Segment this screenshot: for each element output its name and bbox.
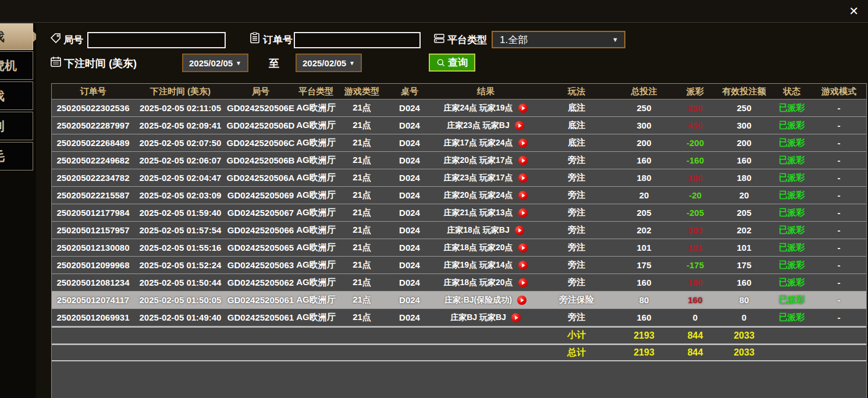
column-header: 订单号: [52, 86, 134, 97]
cell-play-type: 旁注: [539, 207, 614, 218]
cell-game-mode: -: [812, 120, 866, 130]
date-to-picker[interactable]: 2025/02/05 ▼: [296, 54, 362, 72]
result-text: 庄家17点 玩家24点: [443, 138, 513, 148]
sidebar-tab[interactable]: 戏: [0, 81, 33, 110]
chevron-down-icon: ▼: [612, 36, 624, 43]
cell-game-mode: -: [812, 155, 866, 165]
replay-icon[interactable]: [518, 208, 528, 218]
order-number-label: 订单号: [263, 33, 293, 47]
cell-platform: AG欧洲厅: [295, 277, 337, 288]
cell-valid-bet: 180: [716, 173, 772, 183]
cell-order-no: 250205012081234: [52, 278, 134, 287]
sidebar-tab-label: 戏: [0, 88, 5, 104]
query-button[interactable]: 查询: [429, 54, 475, 72]
date-from-picker[interactable]: 2025/02/05 ▼: [182, 54, 248, 72]
column-header: 平台类型: [295, 86, 337, 97]
status-badge: 已派彩: [772, 120, 812, 131]
replay-icon[interactable]: [518, 138, 528, 148]
cell-valid-bet: 205: [716, 208, 772, 218]
bet-time-label: 下注时间 (美东): [64, 56, 137, 70]
cell-order-no: 250205022215587: [52, 190, 134, 200]
cell-game-type: 21点: [337, 225, 387, 236]
sidebar-tab[interactable]: 毛: [0, 142, 33, 170]
total-valid-bet: 2033: [716, 347, 772, 358]
cell-bet-time: 2025-02-05 01:55:16: [134, 243, 226, 253]
status-badge: 已派彩: [772, 172, 812, 183]
replay-icon[interactable]: [514, 120, 525, 131]
cell-total-bet: 80: [614, 295, 674, 305]
cell-platform: AG欧洲厅: [295, 190, 337, 201]
column-header: 总投注: [614, 86, 674, 97]
table-row[interactable]: 250205012177984 2025-02-05 01:59:40 GD02…: [52, 204, 866, 222]
replay-icon[interactable]: [518, 260, 528, 271]
table-row[interactable]: 250205012074117 2025-02-05 01:50:05 GD02…: [52, 292, 866, 309]
replay-icon[interactable]: [517, 295, 527, 305]
cell-platform: AG欧洲厅: [295, 225, 337, 236]
cell-round-no: GD02425205061: [226, 295, 295, 305]
cell-order-no: 250205012157957: [52, 225, 134, 235]
table-row[interactable]: 250205022268489 2025-02-05 02:07:50 GD02…: [52, 134, 866, 152]
replay-icon[interactable]: [518, 103, 528, 113]
replay-icon[interactable]: [518, 173, 528, 183]
cell-game-mode: -: [812, 295, 866, 305]
table-row[interactable]: 250205022249682 2025-02-05 02:06:07 GD02…: [52, 152, 866, 169]
cell-total-bet: 20: [614, 190, 674, 200]
cell-round-no: GD02425205062: [226, 278, 295, 287]
result-text: 庄家24点 玩家19点: [443, 103, 513, 113]
cell-bet-time: 2025-02-05 01:49:40: [134, 312, 226, 322]
table-row[interactable]: 250205012130080 2025-02-05 01:55:16 GD02…: [52, 239, 866, 257]
table-row[interactable]: 250205022287997 2025-02-05 02:09:41 GD02…: [52, 117, 866, 134]
cell-platform: AG欧洲厅: [295, 137, 337, 148]
cell-game-type: 21点: [337, 312, 387, 323]
replay-icon[interactable]: [518, 278, 528, 288]
sidebar-tab[interactable]: 戏: [0, 23, 33, 50]
cell-game-type: 21点: [337, 207, 387, 218]
title-bar: ✕: [0, 0, 868, 23]
table-row[interactable]: 250205012069931 2025-02-05 01:49:40 GD02…: [52, 309, 866, 326]
cell-order-no: 250205012069931: [52, 312, 134, 322]
replay-icon[interactable]: [514, 225, 525, 236]
platform-type-select[interactable]: 1.全部 ▼: [492, 31, 625, 48]
cell-result: 庄家23点 玩家17点: [432, 173, 539, 183]
cell-bet-time: 2025-02-05 02:07:50: [134, 138, 226, 148]
column-header: 桌号: [387, 86, 432, 97]
sidebar-tab[interactable]: 刊: [0, 112, 33, 140]
replay-icon[interactable]: [511, 312, 521, 323]
table-row[interactable]: 250205022302536 2025-02-05 02:11:05 GD02…: [52, 100, 866, 117]
order-number-input[interactable]: [294, 32, 421, 48]
result-text: 庄家19点 玩家14点: [443, 260, 513, 271]
table-row[interactable]: 250205022234782 2025-02-05 02:04:47 GD02…: [52, 169, 866, 187]
cell-total-bet: 205: [614, 208, 674, 218]
table-row[interactable]: 250205012157957 2025-02-05 01:57:54 GD02…: [52, 222, 866, 239]
table-row[interactable]: 250205012099968 2025-02-05 01:52:24 GD02…: [52, 257, 866, 274]
cell-result: 庄家:BJ(保险成功): [432, 295, 539, 305]
cell-order-no: 250205012074117: [52, 295, 134, 305]
column-header: 玩法: [539, 86, 614, 97]
cell-payout: 160: [674, 295, 716, 305]
close-icon[interactable]: ✕: [849, 3, 859, 19]
cell-payout: -200: [674, 138, 716, 148]
cell-play-type: 底注: [539, 120, 614, 131]
table-row[interactable]: 250205012081234 2025-02-05 01:50:44 GD02…: [52, 274, 866, 292]
result-text: 庄家BJ 玩家BJ: [450, 312, 506, 323]
replay-icon[interactable]: [518, 190, 528, 201]
status-badge: 已派彩: [772, 207, 812, 218]
cell-payout: 250: [674, 103, 716, 113]
cell-payout: 101: [674, 243, 716, 253]
status-badge: 已派彩: [772, 260, 812, 271]
cell-round-no: GD02425205061: [226, 312, 295, 322]
replay-icon[interactable]: [518, 243, 528, 253]
round-number-label: 局号: [63, 33, 83, 47]
cell-payout: 160: [674, 278, 716, 287]
cell-payout: -20: [674, 190, 716, 200]
cell-bet-time: 2025-02-05 02:11:05: [134, 103, 226, 113]
table-row[interactable]: 250205022215587 2025-02-05 02:03:09 GD02…: [52, 187, 866, 204]
cell-result: 庄家20点 玩家24点: [432, 190, 539, 201]
column-header: 局号: [226, 86, 295, 97]
round-number-input[interactable]: [87, 32, 226, 48]
cell-play-type: 底注: [539, 137, 614, 148]
cell-table-no: D024: [387, 295, 432, 305]
replay-icon[interactable]: [518, 155, 528, 166]
cell-bet-time: 2025-02-05 01:50:05: [134, 295, 226, 305]
sidebar-tab[interactable]: 虎机: [0, 51, 33, 80]
